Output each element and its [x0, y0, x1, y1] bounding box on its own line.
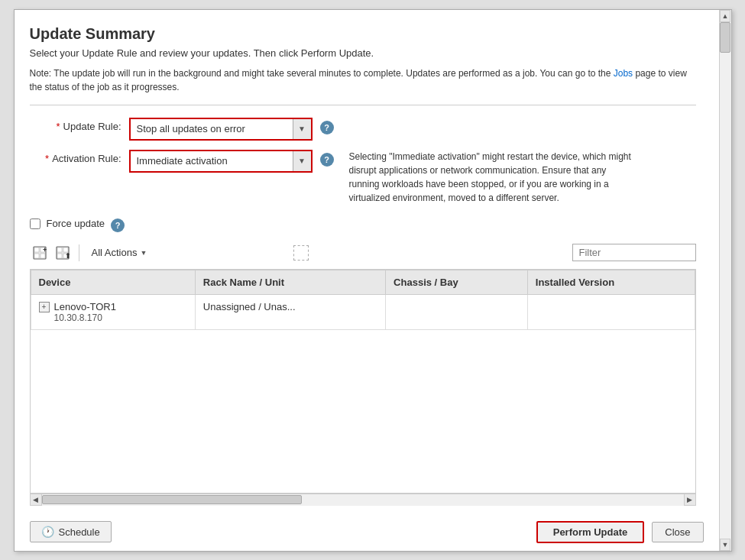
chassis-bay-cell	[386, 294, 528, 329]
horizontal-scrollbar[interactable]: ◀ ▶	[30, 494, 696, 506]
page-subtitle: Select your Update Rule and review your …	[30, 47, 696, 59]
table-row: + Lenovo-TOR1 10.30.8.170 Unassigned / U…	[31, 294, 695, 329]
page-note: Note: The update job will run in the bac…	[30, 66, 696, 94]
force-update-row: Force update ?	[30, 215, 696, 232]
column-device: Device	[31, 270, 195, 294]
activation-rule-label: *Activation Rule:	[30, 150, 121, 164]
force-update-checkbox[interactable]	[30, 218, 40, 229]
update-rule-select-wrapper[interactable]: Stop all updates on error ▼	[129, 118, 313, 141]
table-header: Device Rack Name / Unit Chassis / Bay In…	[31, 270, 695, 294]
vertical-scrollbar-thumb[interactable]	[720, 22, 730, 53]
column-rack-name: Rack Name / Unit	[195, 270, 385, 294]
table-toolbar: + ⬆ All Actions ▼	[30, 243, 696, 263]
svg-rect-9	[57, 254, 62, 258]
activation-rule-row: *Activation Rule: Immediate activation ▼…	[30, 150, 696, 205]
update-rule-row: *Update Rule: Stop all updates on error …	[30, 118, 696, 141]
svg-text:+: +	[43, 246, 47, 254]
schedule-button[interactable]: 🕐 Schedule	[30, 521, 112, 542]
add-icon-button[interactable]: +	[30, 243, 50, 263]
update-rule-label: *Update Rule:	[30, 118, 121, 132]
dialog-content: Update Summary Select your Update Rule a…	[15, 10, 719, 513]
activation-rule-value[interactable]: Immediate activation	[131, 152, 293, 170]
schedule-label: Schedule	[59, 526, 100, 538]
filter-input[interactable]	[573, 244, 695, 261]
all-actions-button[interactable]: All Actions ▼	[86, 244, 154, 261]
scrollbar-thumb[interactable]	[42, 495, 302, 504]
device-info: Lenovo-TOR1 10.30.8.170	[54, 301, 116, 323]
scroll-left-arrow[interactable]: ◀	[30, 494, 42, 506]
devices-table-container: Device Rack Name / Unit Chassis / Bay In…	[30, 269, 696, 494]
form-section: *Update Rule: Stop all updates on error …	[30, 118, 696, 205]
force-update-label: Force update	[47, 218, 105, 229]
activation-note-text: Selecting "Immediate activation" might r…	[342, 150, 632, 205]
close-button[interactable]: Close	[652, 522, 703, 542]
all-actions-arrow-icon: ▼	[140, 249, 147, 257]
column-installed-version: Installed Version	[527, 270, 695, 294]
svg-rect-7	[57, 248, 62, 252]
jobs-link[interactable]: Jobs	[614, 68, 633, 79]
toolbar-divider	[79, 244, 79, 261]
copy-icon-button[interactable]: ⬆	[53, 243, 73, 263]
schedule-icon: 🕐	[41, 526, 54, 538]
activation-rule-help-icon[interactable]: ?	[320, 153, 334, 167]
vertical-scrollbar[interactable]: ▲ ▼	[719, 10, 731, 551]
perform-update-button[interactable]: Perform Update	[536, 521, 645, 543]
svg-rect-1	[34, 248, 39, 252]
activation-rule-select-wrapper[interactable]: Immediate activation ▼	[129, 150, 313, 173]
svg-text:⬆: ⬆	[65, 252, 70, 260]
scrollbar-track[interactable]	[42, 494, 684, 505]
expand-icon[interactable]: +	[39, 302, 50, 312]
table-body: + Lenovo-TOR1 10.30.8.170 Unassigned / U…	[31, 294, 695, 329]
svg-rect-4	[40, 254, 45, 258]
rack-name-cell: Unassigned / Unas...	[195, 294, 385, 329]
filter-input-wrapper[interactable]	[572, 244, 696, 261]
dialog-footer: 🕐 Schedule Perform Update Close	[15, 513, 719, 551]
scroll-right-arrow[interactable]: ▶	[684, 494, 696, 506]
page-title: Update Summary	[30, 25, 696, 43]
all-actions-label: All Actions	[92, 247, 138, 258]
svg-rect-3	[34, 254, 39, 258]
column-chassis-bay: Chassis / Bay	[386, 270, 528, 294]
installed-version-cell	[527, 294, 695, 329]
scroll-up-arrow[interactable]: ▲	[720, 10, 730, 22]
note-text-prefix: Note: The update job will run in the bac…	[30, 68, 614, 79]
scroll-down-arrow[interactable]: ▼	[720, 539, 730, 551]
device-cell-inner: + Lenovo-TOR1 10.30.8.170	[39, 301, 187, 323]
activation-rule-required: *	[45, 153, 49, 164]
activation-rule-dropdown-arrow[interactable]: ▼	[293, 151, 311, 171]
update-rule-help-icon[interactable]: ?	[320, 121, 334, 134]
device-name: Lenovo-TOR1	[54, 301, 116, 312]
devices-table: Device Rack Name / Unit Chassis / Bay In…	[31, 270, 695, 330]
select-all-checkbox-area[interactable]	[293, 245, 309, 261]
update-rule-required: *	[57, 121, 60, 132]
force-update-help-icon[interactable]: ?	[111, 218, 125, 232]
update-rule-dropdown-arrow[interactable]: ▼	[293, 119, 311, 139]
section-divider	[30, 105, 696, 105]
update-summary-dialog: Update Summary Select your Update Rule a…	[14, 9, 732, 552]
device-cell: + Lenovo-TOR1 10.30.8.170	[31, 294, 195, 329]
device-ip: 10.30.8.170	[54, 312, 116, 323]
update-rule-value[interactable]: Stop all updates on error	[131, 120, 293, 138]
